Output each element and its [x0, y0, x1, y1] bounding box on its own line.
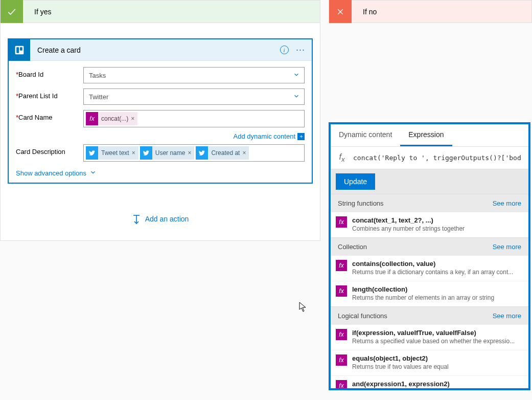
action-card-title: Create a card: [30, 46, 279, 54]
chevron-down-icon: [293, 93, 300, 101]
twitter-icon: [140, 146, 152, 160]
parent-list-id-label: Parent List Id: [18, 92, 58, 100]
board-id-label: Board Id: [18, 71, 43, 78]
if-no-label: If no: [352, 8, 377, 16]
fx-icon: fx: [336, 354, 347, 366]
function-description: Returns a specified value based on wheth…: [352, 338, 523, 345]
update-button[interactable]: Update: [336, 173, 375, 190]
chevron-down-icon: [89, 169, 97, 177]
function-signature: contains(collection, value): [352, 260, 523, 268]
show-advanced-options-link[interactable]: Show advanced options: [16, 169, 305, 177]
card-description-input[interactable]: Tweet text × User name × Created at ×: [83, 144, 305, 162]
expression-input-row: fx: [331, 147, 528, 169]
expression-token[interactable]: fx concat(...) ×: [86, 112, 137, 125]
dynamic-token[interactable]: User name ×: [140, 146, 195, 160]
checkmark-icon: [1, 0, 23, 23]
add-action-button[interactable]: Add an action: [132, 214, 189, 224]
if-yes-branch-header[interactable]: If yes: [0, 0, 320, 23]
param-card-description: Card Description Tweet text × User name …: [16, 144, 305, 162]
svg-rect-4: [20, 47, 22, 51]
fx-icon: fx: [336, 285, 347, 297]
function-list: String functions See more fx concat(text…: [331, 194, 528, 388]
param-card-name: *Card Name fx concat(...) ×: [16, 110, 305, 127]
function-item[interactable]: fx concat(text_1, text_2?, ...) Combines…: [331, 212, 528, 237]
function-signature: length(collection): [352, 285, 523, 293]
remove-token-icon[interactable]: ×: [131, 115, 134, 122]
param-parent-list-id: *Parent List Id Twitter: [16, 88, 305, 105]
card-name-input[interactable]: fx concat(...) ×: [83, 110, 305, 127]
parent-list-id-select[interactable]: Twitter: [83, 88, 305, 105]
if-yes-branch-body: Create a card i ··· *Board Id Tasks *Par…: [0, 23, 320, 241]
add-dynamic-content-link[interactable]: Add dynamic content ＋: [234, 132, 305, 140]
close-icon: [329, 0, 352, 23]
function-item[interactable]: fx if(expression, valueIfTrue, valueIfFa…: [331, 325, 528, 350]
expression-input[interactable]: [353, 147, 528, 169]
function-description: Returns true if a dictionary contains a …: [352, 269, 523, 276]
mouse-cursor-icon: [299, 302, 307, 312]
twitter-icon: [196, 146, 208, 160]
chevron-down-icon: [293, 71, 300, 80]
create-card-action: Create a card i ··· *Board Id Tasks *Par…: [8, 38, 313, 184]
remove-token-icon[interactable]: ×: [242, 149, 246, 157]
param-board-id: *Board Id Tasks: [16, 67, 305, 83]
dynamic-token[interactable]: Created at ×: [196, 146, 249, 160]
section-header-logical: Logical functions See more: [331, 306, 528, 325]
function-signature: equals(object1, object2): [352, 354, 523, 362]
token-label: User name: [155, 149, 186, 157]
function-signature: concat(text_1, text_2?, ...): [352, 216, 523, 224]
token-label: Created at: [211, 149, 240, 157]
tab-dynamic-content[interactable]: Dynamic content: [331, 124, 400, 146]
expression-panel: Dynamic content Expression fx Update Str…: [329, 122, 530, 390]
plus-icon: ＋: [297, 133, 305, 140]
trello-icon: [9, 39, 30, 61]
function-signature: and(expression1, expression2): [352, 380, 523, 388]
dynamic-token[interactable]: Tweet text ×: [86, 146, 138, 160]
fx-icon: fx: [86, 112, 98, 125]
see-more-link[interactable]: See more: [493, 243, 521, 251]
card-name-label: Card Name: [18, 114, 52, 121]
remove-token-icon[interactable]: ×: [188, 149, 191, 157]
board-id-select[interactable]: Tasks: [83, 67, 305, 83]
token-label: Tweet text: [101, 149, 129, 157]
card-description-label: Card Description: [16, 148, 65, 155]
board-id-value: Tasks: [89, 72, 106, 79]
section-header-string: String functions See more: [331, 194, 528, 212]
token-label: concat(...): [101, 115, 128, 122]
parent-list-id-value: Twitter: [89, 93, 108, 101]
see-more-link[interactable]: See more: [493, 199, 521, 207]
function-item[interactable]: fx equals(object1, object2) Returns true…: [331, 350, 528, 376]
info-icon[interactable]: i: [279, 45, 289, 55]
function-description: Returns the number of elements in an arr…: [352, 294, 523, 301]
function-description: Combines any number of strings together: [352, 225, 523, 232]
function-signature: if(expression, valueIfTrue, valueIfFalse…: [352, 329, 523, 337]
function-item[interactable]: fx and(expression1, expression2) Returns…: [331, 376, 528, 388]
expression-tabs: Dynamic content Expression: [331, 124, 528, 147]
if-yes-label: If yes: [23, 8, 51, 16]
function-description: Returns true if two values are equal: [352, 363, 523, 370]
action-card-body: *Board Id Tasks *Parent List Id Twitter: [9, 61, 312, 183]
function-item[interactable]: fx contains(collection, value) Returns t…: [331, 256, 528, 281]
more-icon[interactable]: ···: [295, 45, 306, 55]
fx-icon: fx: [336, 380, 347, 388]
insert-step-icon: [132, 214, 140, 224]
see-more-link[interactable]: See more: [493, 312, 521, 320]
function-item[interactable]: fx length(collection) Returns the number…: [331, 281, 528, 306]
if-no-branch-header[interactable]: If no: [329, 0, 532, 23]
twitter-icon: [86, 146, 98, 160]
create-card-header[interactable]: Create a card i ···: [9, 39, 312, 61]
fx-icon: fx: [331, 152, 353, 163]
fx-icon: fx: [336, 216, 347, 228]
section-header-collection: Collection See more: [331, 237, 528, 256]
fx-icon: fx: [336, 329, 347, 340]
fx-icon: fx: [336, 260, 347, 271]
remove-token-icon[interactable]: ×: [132, 149, 135, 157]
svg-rect-3: [16, 47, 19, 53]
tab-expression[interactable]: Expression: [400, 124, 452, 146]
